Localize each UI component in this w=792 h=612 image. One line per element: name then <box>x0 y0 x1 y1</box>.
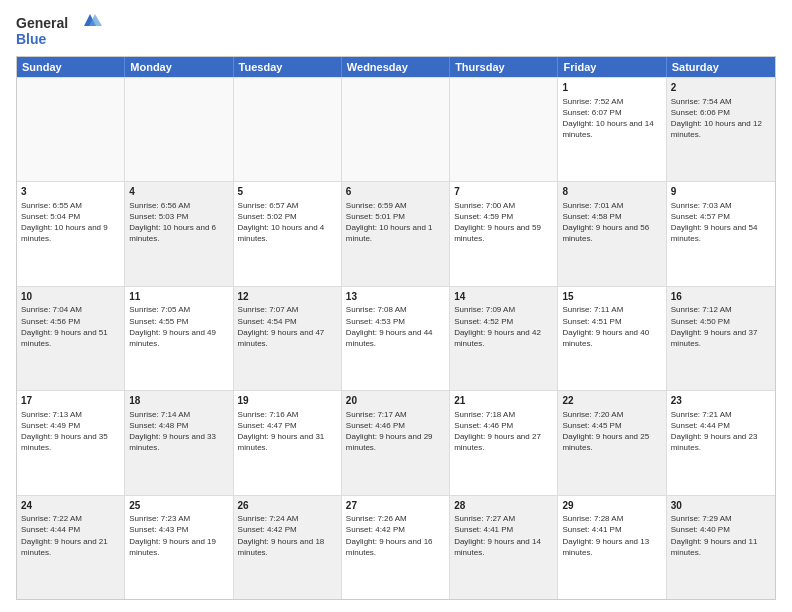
cal-cell-13: 13Sunrise: 7:08 AM Sunset: 4:53 PM Dayli… <box>342 287 450 390</box>
cell-info: Sunrise: 7:12 AM Sunset: 4:50 PM Dayligh… <box>671 304 771 349</box>
cell-info: Sunrise: 6:55 AM Sunset: 5:04 PM Dayligh… <box>21 200 120 245</box>
cell-info: Sunrise: 7:01 AM Sunset: 4:58 PM Dayligh… <box>562 200 661 245</box>
cal-cell-empty <box>234 78 342 181</box>
cell-info: Sunrise: 7:17 AM Sunset: 4:46 PM Dayligh… <box>346 409 445 454</box>
cal-cell-22: 22Sunrise: 7:20 AM Sunset: 4:45 PM Dayli… <box>558 391 666 494</box>
cal-cell-5: 5Sunrise: 6:57 AM Sunset: 5:02 PM Daylig… <box>234 182 342 285</box>
cal-cell-15: 15Sunrise: 7:11 AM Sunset: 4:51 PM Dayli… <box>558 287 666 390</box>
cell-info: Sunrise: 6:57 AM Sunset: 5:02 PM Dayligh… <box>238 200 337 245</box>
day-header-saturday: Saturday <box>667 57 775 77</box>
day-number: 21 <box>454 394 553 408</box>
cal-cell-19: 19Sunrise: 7:16 AM Sunset: 4:47 PM Dayli… <box>234 391 342 494</box>
cal-cell-1: 1Sunrise: 7:52 AM Sunset: 6:07 PM Daylig… <box>558 78 666 181</box>
day-number: 10 <box>21 290 120 304</box>
cell-info: Sunrise: 7:14 AM Sunset: 4:48 PM Dayligh… <box>129 409 228 454</box>
cal-cell-18: 18Sunrise: 7:14 AM Sunset: 4:48 PM Dayli… <box>125 391 233 494</box>
cal-cell-12: 12Sunrise: 7:07 AM Sunset: 4:54 PM Dayli… <box>234 287 342 390</box>
cal-cell-14: 14Sunrise: 7:09 AM Sunset: 4:52 PM Dayli… <box>450 287 558 390</box>
cell-info: Sunrise: 7:05 AM Sunset: 4:55 PM Dayligh… <box>129 304 228 349</box>
calendar: SundayMondayTuesdayWednesdayThursdayFrid… <box>16 56 776 600</box>
cell-info: Sunrise: 7:18 AM Sunset: 4:46 PM Dayligh… <box>454 409 553 454</box>
day-number: 27 <box>346 499 445 513</box>
cal-cell-9: 9Sunrise: 7:03 AM Sunset: 4:57 PM Daylig… <box>667 182 775 285</box>
cal-cell-4: 4Sunrise: 6:56 AM Sunset: 5:03 PM Daylig… <box>125 182 233 285</box>
day-number: 15 <box>562 290 661 304</box>
day-number: 4 <box>129 185 228 199</box>
cell-info: Sunrise: 7:24 AM Sunset: 4:42 PM Dayligh… <box>238 513 337 558</box>
cal-cell-7: 7Sunrise: 7:00 AM Sunset: 4:59 PM Daylig… <box>450 182 558 285</box>
day-number: 29 <box>562 499 661 513</box>
day-header-monday: Monday <box>125 57 233 77</box>
cal-cell-30: 30Sunrise: 7:29 AM Sunset: 4:40 PM Dayli… <box>667 496 775 599</box>
day-number: 14 <box>454 290 553 304</box>
cell-info: Sunrise: 7:09 AM Sunset: 4:52 PM Dayligh… <box>454 304 553 349</box>
cell-info: Sunrise: 7:08 AM Sunset: 4:53 PM Dayligh… <box>346 304 445 349</box>
cell-info: Sunrise: 7:22 AM Sunset: 4:44 PM Dayligh… <box>21 513 120 558</box>
cal-cell-27: 27Sunrise: 7:26 AM Sunset: 4:42 PM Dayli… <box>342 496 450 599</box>
week-row-0: 1Sunrise: 7:52 AM Sunset: 6:07 PM Daylig… <box>17 77 775 181</box>
header: General Blue <box>16 12 776 50</box>
day-number: 9 <box>671 185 771 199</box>
cell-info: Sunrise: 6:59 AM Sunset: 5:01 PM Dayligh… <box>346 200 445 245</box>
cell-info: Sunrise: 7:26 AM Sunset: 4:42 PM Dayligh… <box>346 513 445 558</box>
day-number: 23 <box>671 394 771 408</box>
day-header-tuesday: Tuesday <box>234 57 342 77</box>
cal-cell-20: 20Sunrise: 7:17 AM Sunset: 4:46 PM Dayli… <box>342 391 450 494</box>
cal-cell-25: 25Sunrise: 7:23 AM Sunset: 4:43 PM Dayli… <box>125 496 233 599</box>
cal-cell-6: 6Sunrise: 6:59 AM Sunset: 5:01 PM Daylig… <box>342 182 450 285</box>
logo-svg: General Blue <box>16 12 106 50</box>
svg-text:General: General <box>16 15 68 31</box>
cell-info: Sunrise: 7:21 AM Sunset: 4:44 PM Dayligh… <box>671 409 771 454</box>
cal-cell-empty <box>17 78 125 181</box>
cal-cell-2: 2Sunrise: 7:54 AM Sunset: 6:06 PM Daylig… <box>667 78 775 181</box>
cell-info: Sunrise: 7:16 AM Sunset: 4:47 PM Dayligh… <box>238 409 337 454</box>
day-number: 22 <box>562 394 661 408</box>
day-number: 20 <box>346 394 445 408</box>
day-number: 16 <box>671 290 771 304</box>
day-number: 24 <box>21 499 120 513</box>
cell-info: Sunrise: 7:23 AM Sunset: 4:43 PM Dayligh… <box>129 513 228 558</box>
day-number: 2 <box>671 81 771 95</box>
calendar-body: 1Sunrise: 7:52 AM Sunset: 6:07 PM Daylig… <box>17 77 775 599</box>
cal-cell-26: 26Sunrise: 7:24 AM Sunset: 4:42 PM Dayli… <box>234 496 342 599</box>
cal-cell-16: 16Sunrise: 7:12 AM Sunset: 4:50 PM Dayli… <box>667 287 775 390</box>
day-number: 1 <box>562 81 661 95</box>
day-number: 26 <box>238 499 337 513</box>
day-number: 13 <box>346 290 445 304</box>
cal-cell-empty <box>342 78 450 181</box>
day-number: 3 <box>21 185 120 199</box>
cell-info: Sunrise: 6:56 AM Sunset: 5:03 PM Dayligh… <box>129 200 228 245</box>
day-number: 30 <box>671 499 771 513</box>
cal-cell-3: 3Sunrise: 6:55 AM Sunset: 5:04 PM Daylig… <box>17 182 125 285</box>
day-number: 19 <box>238 394 337 408</box>
day-number: 12 <box>238 290 337 304</box>
day-number: 11 <box>129 290 228 304</box>
cal-cell-10: 10Sunrise: 7:04 AM Sunset: 4:56 PM Dayli… <box>17 287 125 390</box>
day-header-sunday: Sunday <box>17 57 125 77</box>
day-header-thursday: Thursday <box>450 57 558 77</box>
cal-cell-28: 28Sunrise: 7:27 AM Sunset: 4:41 PM Dayli… <box>450 496 558 599</box>
day-number: 8 <box>562 185 661 199</box>
cell-info: Sunrise: 7:13 AM Sunset: 4:49 PM Dayligh… <box>21 409 120 454</box>
page: General Blue SundayMondayTuesdayWednesda… <box>0 0 792 612</box>
day-number: 17 <box>21 394 120 408</box>
cell-info: Sunrise: 7:52 AM Sunset: 6:07 PM Dayligh… <box>562 96 661 141</box>
calendar-header: SundayMondayTuesdayWednesdayThursdayFrid… <box>17 57 775 77</box>
day-number: 28 <box>454 499 553 513</box>
day-number: 6 <box>346 185 445 199</box>
day-number: 5 <box>238 185 337 199</box>
day-number: 25 <box>129 499 228 513</box>
week-row-3: 17Sunrise: 7:13 AM Sunset: 4:49 PM Dayli… <box>17 390 775 494</box>
cal-cell-empty <box>125 78 233 181</box>
day-header-wednesday: Wednesday <box>342 57 450 77</box>
week-row-4: 24Sunrise: 7:22 AM Sunset: 4:44 PM Dayli… <box>17 495 775 599</box>
week-row-1: 3Sunrise: 6:55 AM Sunset: 5:04 PM Daylig… <box>17 181 775 285</box>
cal-cell-11: 11Sunrise: 7:05 AM Sunset: 4:55 PM Dayli… <box>125 287 233 390</box>
week-row-2: 10Sunrise: 7:04 AM Sunset: 4:56 PM Dayli… <box>17 286 775 390</box>
cell-info: Sunrise: 7:29 AM Sunset: 4:40 PM Dayligh… <box>671 513 771 558</box>
cell-info: Sunrise: 7:07 AM Sunset: 4:54 PM Dayligh… <box>238 304 337 349</box>
cell-info: Sunrise: 7:28 AM Sunset: 4:41 PM Dayligh… <box>562 513 661 558</box>
cell-info: Sunrise: 7:54 AM Sunset: 6:06 PM Dayligh… <box>671 96 771 141</box>
cal-cell-23: 23Sunrise: 7:21 AM Sunset: 4:44 PM Dayli… <box>667 391 775 494</box>
cell-info: Sunrise: 7:03 AM Sunset: 4:57 PM Dayligh… <box>671 200 771 245</box>
